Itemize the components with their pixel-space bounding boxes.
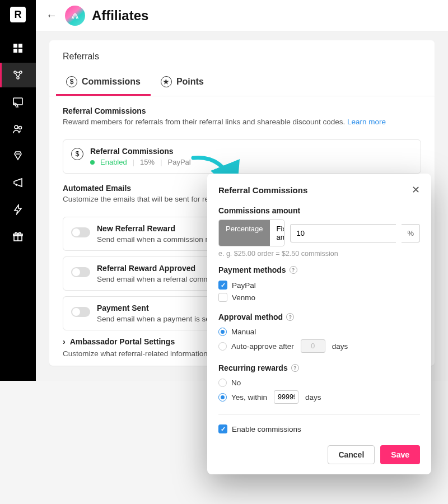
nav-dashboard[interactable] bbox=[0, 36, 36, 60]
svg-point-5 bbox=[20, 71, 22, 73]
toggle[interactable] bbox=[71, 307, 90, 317]
recurring-no-radio[interactable]: No bbox=[218, 377, 420, 389]
tab-points[interactable]: ★ Points bbox=[151, 69, 214, 96]
recurring-label: Recurring rewards? bbox=[218, 363, 420, 372]
recurring-days-input[interactable] bbox=[274, 390, 298, 404]
nav-cast[interactable] bbox=[0, 90, 36, 114]
status-dot-icon bbox=[90, 160, 95, 165]
referral-commissions-modal: Referral Commissions ✕ Commissions amoun… bbox=[207, 174, 431, 474]
nav-rewards[interactable] bbox=[0, 143, 36, 168]
payment-label: Payment methods? bbox=[218, 265, 420, 274]
svg-rect-1 bbox=[18, 44, 22, 48]
tab-commissions[interactable]: $ Commissions bbox=[56, 69, 151, 96]
referral-commissions-row[interactable]: $ Referral Commissions Enabled | 15% | P… bbox=[63, 139, 421, 174]
svg-point-9 bbox=[19, 127, 22, 129]
back-icon[interactable]: ← bbox=[46, 9, 57, 22]
save-button[interactable]: Save bbox=[380, 445, 420, 464]
tabs: $ Commissions ★ Points bbox=[49, 69, 435, 96]
nav-gifts[interactable] bbox=[0, 224, 36, 249]
svg-rect-2 bbox=[13, 49, 17, 53]
tab-label: Points bbox=[176, 77, 204, 87]
recurring-yes-radio[interactable]: Yes, withindays bbox=[218, 389, 420, 405]
manual-radio[interactable]: Manual bbox=[218, 326, 420, 338]
nav-affiliates[interactable] bbox=[0, 63, 36, 87]
modal-title: Referral Commissions bbox=[218, 185, 307, 195]
divider bbox=[218, 414, 420, 415]
venmo-checkbox[interactable]: Venmo bbox=[218, 291, 420, 304]
learn-more-link[interactable]: Learn more bbox=[347, 118, 386, 126]
amount-input[interactable] bbox=[290, 224, 396, 242]
dollar-icon: $ bbox=[66, 76, 77, 87]
page-title: Affiliates bbox=[92, 8, 148, 24]
percentage-option[interactable]: Percentage bbox=[219, 220, 270, 246]
help-icon[interactable]: ? bbox=[286, 313, 294, 321]
tab-label: Commissions bbox=[82, 77, 141, 87]
fixed-amount-option[interactable]: Fixed amount bbox=[270, 220, 285, 246]
row-title: Referral Commissions bbox=[90, 147, 413, 156]
enable-commissions-checkbox[interactable]: Enable commissions bbox=[218, 423, 420, 435]
dollar-icon: $ bbox=[71, 148, 83, 160]
auto-approve-radio[interactable]: Auto-approve afterdays bbox=[218, 338, 420, 354]
paypal-checkbox[interactable]: PayPal bbox=[218, 279, 420, 291]
sidebar: R bbox=[0, 0, 36, 381]
help-icon[interactable]: ? bbox=[291, 364, 299, 372]
help-icon[interactable]: ? bbox=[290, 266, 297, 274]
amount-label: Commissions amount bbox=[218, 206, 420, 215]
svg-point-4 bbox=[14, 71, 16, 73]
svg-point-6 bbox=[17, 77, 19, 79]
nav-campaigns[interactable] bbox=[0, 170, 36, 195]
star-icon: ★ bbox=[161, 76, 172, 87]
section-heading: Referral Commissions bbox=[63, 106, 421, 115]
close-icon[interactable]: ✕ bbox=[412, 184, 420, 196]
card-title: Referrals bbox=[49, 40, 435, 69]
svg-rect-0 bbox=[13, 44, 17, 48]
brand-avatar bbox=[65, 6, 85, 26]
amount-unit: % bbox=[402, 224, 420, 242]
toggle[interactable] bbox=[71, 267, 90, 277]
approval-label: Approval method? bbox=[218, 312, 420, 321]
app-logo[interactable]: R bbox=[10, 7, 26, 22]
svg-rect-7 bbox=[13, 98, 22, 105]
amount-hint: e. g. $25.00 order = $2.50 commission bbox=[218, 250, 420, 258]
amount-type-segment: Percentage Fixed amount bbox=[218, 220, 284, 246]
svg-rect-3 bbox=[18, 49, 22, 53]
nav-automations[interactable] bbox=[0, 197, 36, 222]
row-meta: Enabled | 15% | PayPal bbox=[90, 158, 413, 166]
chevron-right-icon: › bbox=[63, 337, 66, 346]
toggle[interactable] bbox=[71, 227, 90, 237]
cancel-button[interactable]: Cancel bbox=[328, 445, 375, 464]
auto-days-input[interactable] bbox=[301, 339, 325, 353]
nav-members[interactable] bbox=[0, 116, 36, 141]
page-header: ← Affiliates bbox=[36, 0, 448, 31]
svg-point-8 bbox=[15, 125, 18, 129]
section-desc: Reward members for referrals from their … bbox=[63, 118, 421, 126]
